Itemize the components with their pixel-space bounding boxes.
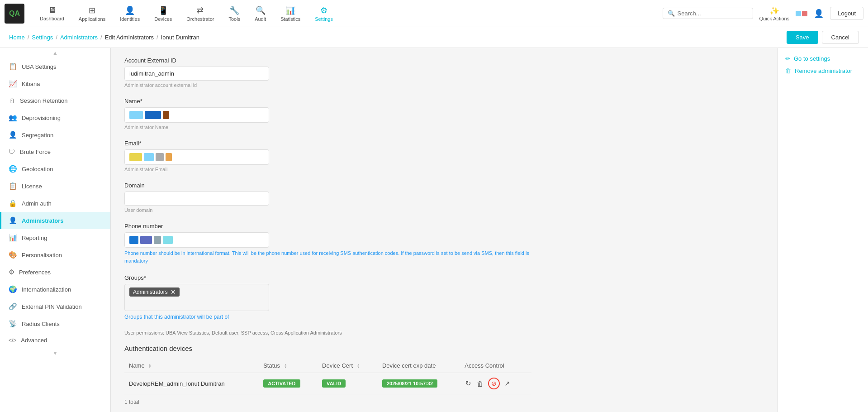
sidebar-item-session-retention[interactable]: 🗓 Session Retention: [0, 92, 110, 109]
phone-group: Phone number Phone number should be in i…: [124, 223, 531, 264]
sidebar-item-reporting[interactable]: 📊 Reporting: [0, 229, 110, 246]
sidebar-item-uba-settings[interactable]: 📋 UBA Settings: [0, 58, 110, 75]
go-to-settings-link[interactable]: ✏ Go to settings: [785, 55, 861, 62]
nav-applications[interactable]: ⊞ Applications: [72, 3, 112, 24]
groups-group: Groups* Administrators ✕ Groups that thi…: [124, 274, 531, 320]
email-block-3: [156, 153, 164, 161]
breadcrumb-sep-4: /: [157, 34, 158, 41]
nav-devices[interactable]: 📱 Devices: [148, 3, 178, 24]
nav-orchestrator[interactable]: ⇄ Orchestrator: [180, 3, 220, 24]
sidebar-item-radius-clients[interactable]: 📡 Radius Clients: [0, 315, 110, 332]
sidebar-scroll-bottom: ▼: [0, 348, 110, 358]
external-pin-icon: 🔗: [9, 302, 17, 311]
sidebar-label-external-pin: External PIN Validation: [22, 303, 82, 310]
block-button[interactable]: ⊘: [488, 378, 500, 389]
logout-button[interactable]: Logout: [830, 7, 863, 20]
name-label: Name*: [124, 98, 531, 105]
breadcrumb: Home / Settings / Administrators / Edit …: [0, 27, 868, 48]
sort-status-icon[interactable]: ⇕: [284, 364, 287, 369]
nav-statistics[interactable]: 📊 Statistics: [274, 3, 307, 24]
sidebar-item-preferences[interactable]: ⚙ Preferences: [0, 263, 110, 281]
sidebar-item-personalisation[interactable]: 🎨 Personalisation: [0, 246, 110, 263]
search-input[interactable]: [678, 10, 748, 17]
sidebar-label-license: License: [22, 183, 42, 190]
account-external-id-input[interactable]: [124, 67, 269, 81]
sidebar-item-internationalization[interactable]: 🌍 Internationalization: [0, 281, 110, 298]
name-input[interactable]: [124, 107, 269, 123]
content-area: Account External ID Administrator accoun…: [111, 48, 778, 412]
sidebar-item-license[interactable]: 📋 License: [0, 177, 110, 195]
breadcrumb-administrators[interactable]: Administrators: [60, 34, 98, 41]
sidebar: ▲ 📋 UBA Settings 📈 Kibana 🗓 Session Rete…: [0, 48, 111, 412]
sidebar-item-advanced[interactable]: </> Advanced: [0, 332, 110, 348]
device-cert-badge: VALID: [322, 379, 346, 388]
sidebar-label-segregation: Segregation: [22, 132, 53, 139]
sidebar-item-segregation[interactable]: 👤 Segregation: [0, 126, 110, 144]
save-button[interactable]: Save: [787, 31, 818, 44]
cancel-button[interactable]: Cancel: [822, 31, 859, 44]
top-navigation: QA 🖥 Dashboard ⊞ Applications 👤 Identiti…: [0, 0, 868, 27]
delete-button[interactable]: 🗑: [476, 379, 484, 388]
nav-identities[interactable]: 👤 Identities: [114, 3, 146, 24]
breadcrumb-actions: Save Cancel: [787, 31, 859, 44]
quick-actions-button[interactable]: ✨ Quick Actions: [759, 6, 790, 21]
export-button[interactable]: ↗: [503, 378, 511, 388]
refresh-button[interactable]: ↻: [465, 378, 472, 388]
sidebar-item-brute-force[interactable]: 🛡 Brute Force: [0, 144, 110, 160]
sort-cert-icon[interactable]: ⇕: [356, 364, 360, 369]
administrators-icon: 👤: [9, 216, 17, 225]
settings-link-icon: ✏: [785, 55, 790, 62]
email-input[interactable]: [124, 149, 269, 165]
sidebar-label-internationalization: Internationalization: [22, 286, 71, 293]
orchestrator-icon: ⇄: [197, 5, 204, 15]
phone-block-2: [140, 236, 152, 244]
reporting-icon: 📊: [9, 234, 17, 242]
sidebar-label-brute-force: Brute Force: [20, 149, 51, 155]
sidebar-label-preferences: Preferences: [19, 269, 51, 276]
preferences-icon: ⚙: [9, 268, 14, 276]
nav-right: 🔍 ✨ Quick Actions 👤 Logout: [663, 6, 863, 21]
sidebar-item-external-pin[interactable]: 🔗 External PIN Validation: [0, 298, 110, 315]
logo: QA: [5, 4, 24, 24]
statistics-icon: 📊: [285, 5, 295, 15]
sidebar-item-geolocation[interactable]: 🌐 Geolocation: [0, 160, 110, 177]
col-cert-exp: Device cert exp date: [378, 359, 460, 373]
administrators-tag[interactable]: Administrators ✕: [129, 287, 180, 297]
phone-block-4: [163, 236, 173, 244]
email-block-4: [166, 153, 172, 161]
domain-input[interactable]: [124, 192, 269, 206]
remove-administrator-link[interactable]: 🗑 Remove administrator: [785, 67, 861, 74]
user-icon: 👤: [814, 9, 824, 19]
nav-dashboard[interactable]: 🖥 Dashboard: [33, 3, 71, 24]
advanced-icon: </>: [9, 337, 16, 344]
row-status: ACTIVATED: [259, 373, 318, 394]
account-external-id-hint: Administrator account external id: [124, 82, 531, 88]
nav-audit[interactable]: 🔍 Audit: [248, 3, 272, 24]
sidebar-label-deprovisioning: Deprovisioning: [22, 115, 61, 121]
quick-actions-label: Quick Actions: [759, 16, 790, 21]
color-squares: [796, 11, 807, 16]
nav-settings-label: Settings: [315, 16, 333, 22]
nav-tools[interactable]: 🔧 Tools: [222, 3, 247, 24]
sidebar-item-deprovisioning[interactable]: 👥 Deprovisioning: [0, 109, 110, 126]
sidebar-item-kibana[interactable]: 📈 Kibana: [0, 75, 110, 92]
search-box[interactable]: 🔍: [663, 8, 753, 19]
phone-hint: Phone number should be in international …: [124, 249, 531, 264]
breadcrumb-settings[interactable]: Settings: [32, 34, 53, 41]
breadcrumb-home[interactable]: Home: [9, 34, 25, 41]
sidebar-item-admin-auth[interactable]: 🔒 Admin auth: [0, 195, 110, 212]
breadcrumb-sep-2: /: [56, 34, 57, 41]
sidebar-item-administrators[interactable]: 👤 Administrators: [0, 212, 110, 229]
nav-settings[interactable]: ⚙ Settings: [308, 3, 339, 24]
phone-input[interactable]: [124, 232, 269, 248]
tag-remove-button[interactable]: ✕: [171, 289, 176, 295]
sidebar-label-radius-clients: Radius Clients: [22, 321, 60, 327]
groups-container[interactable]: Administrators ✕: [124, 284, 269, 311]
dashboard-icon: 🖥: [48, 5, 56, 15]
name-group: Name* Administrator Name: [124, 98, 531, 130]
nav-statistics-label: Statistics: [280, 16, 300, 22]
devices-icon: 📱: [158, 5, 168, 15]
email-group: Email* Administrator Email: [124, 140, 531, 172]
sort-name-icon[interactable]: ⇕: [148, 364, 152, 369]
user-avatar[interactable]: 👤: [814, 9, 824, 19]
